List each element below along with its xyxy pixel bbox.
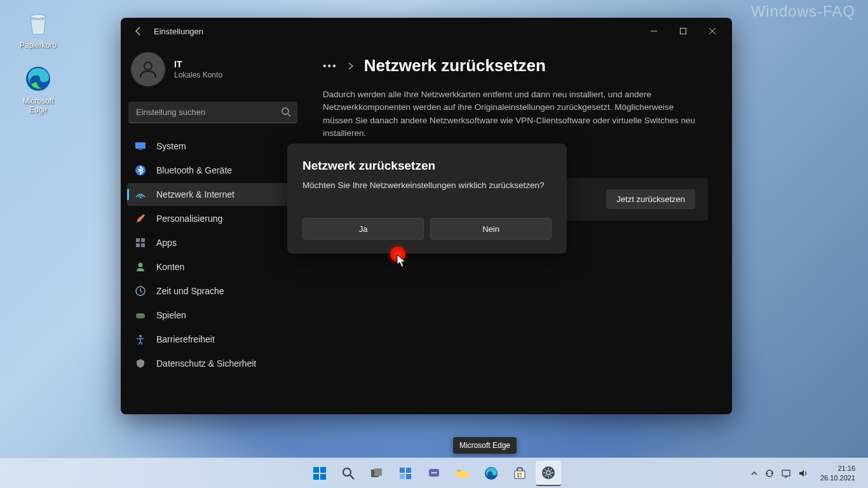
svg-rect-24	[320, 474, 326, 480]
svg-rect-15	[136, 243, 140, 247]
window-title: Einstellungen	[154, 27, 203, 36]
clock[interactable]: 21:16 26.10.2021	[815, 464, 860, 482]
sidebar-item-system[interactable]: System	[127, 135, 299, 158]
sidebar-item-label: System	[156, 141, 186, 151]
network-icon	[135, 189, 146, 200]
sync-icon[interactable]	[764, 468, 775, 478]
sidebar-item-apps[interactable]: Apps	[127, 231, 299, 254]
sidebar-item-label: Personalisierung	[156, 214, 222, 224]
system-icon	[135, 140, 146, 152]
back-button[interactable]	[130, 22, 147, 40]
svg-point-36	[435, 471, 437, 473]
svg-rect-21	[313, 467, 319, 473]
svg-rect-22	[320, 467, 326, 473]
sidebar-item-gaming[interactable]: Spielen	[127, 304, 299, 327]
sidebar-item-label: Bluetooth & Geräte	[156, 165, 232, 175]
sidebar-item-privacy[interactable]: Datenschutz & Sicherheit	[127, 352, 299, 375]
svg-line-26	[350, 475, 354, 479]
svg-rect-37	[457, 470, 461, 471]
svg-point-34	[431, 471, 433, 473]
start-button[interactable]	[307, 461, 332, 486]
svg-rect-31	[400, 474, 405, 479]
taskbar: 21:16 26.10.2021	[0, 458, 868, 488]
network-tray-icon[interactable]	[781, 468, 791, 478]
reset-now-button[interactable]: Jetzt zurücksetzen	[606, 189, 695, 209]
svg-point-17	[139, 263, 143, 268]
chat-button[interactable]	[421, 461, 447, 486]
avatar	[131, 52, 165, 86]
gaming-icon	[135, 309, 146, 321]
sidebar-item-network[interactable]: Netzwerk & Internet	[127, 183, 299, 206]
search-icon	[281, 107, 291, 117]
svg-line-8	[288, 114, 290, 116]
sidebar-item-label: Apps	[156, 238, 177, 248]
svg-rect-10	[139, 149, 142, 150]
svg-rect-41	[520, 473, 522, 475]
tray-date: 26.10.2021	[820, 473, 855, 482]
svg-rect-14	[141, 238, 145, 242]
close-button[interactable]	[698, 21, 727, 41]
bluetooth-icon	[135, 165, 146, 176]
sidebar-item-time-language[interactable]: Zeit und Sprache	[127, 280, 299, 302]
titlebar: Einstellungen	[121, 18, 732, 44]
sidebar: IT Lokales Konto System Bluetooth & Gerä…	[121, 44, 305, 414]
recycle-bin-desktop-icon[interactable]: Papierkorb	[14, 8, 62, 50]
confirm-dialog: Netzwerk zurücksetzen Möchten Sie Ihre N…	[287, 144, 567, 254]
system-tray[interactable]	[745, 468, 813, 478]
user-name: IT	[174, 59, 222, 69]
svg-point-20	[139, 335, 142, 337]
dialog-no-button[interactable]: Nein	[430, 218, 552, 240]
recycle-bin-icon	[23, 8, 53, 38]
sidebar-item-label: Zeit und Sprache	[156, 286, 224, 296]
sidebar-item-personalization[interactable]: Personalisierung	[127, 207, 299, 230]
svg-rect-54	[782, 470, 790, 476]
watermark-text: Windows-FAQ	[751, 3, 855, 20]
dialog-yes-button[interactable]: Ja	[302, 218, 424, 240]
accounts-icon	[135, 261, 146, 273]
sidebar-item-label: Spielen	[156, 310, 186, 320]
time-icon	[135, 285, 146, 297]
dialog-message: Möchten Sie Ihre Netzwerkeinstellungen w…	[302, 180, 552, 190]
volume-icon[interactable]	[797, 468, 808, 478]
svg-rect-43	[520, 475, 522, 477]
page-title: Netzwerk zurücksetzen	[364, 56, 546, 76]
task-view-button[interactable]	[364, 461, 390, 486]
edge-desktop-icon[interactable]: Microsoft Edge	[14, 64, 62, 114]
svg-point-6	[144, 62, 152, 70]
user-block[interactable]: IT Lokales Konto	[127, 47, 299, 98]
user-subtitle: Lokales Konto	[174, 71, 222, 79]
tray-chevron-icon[interactable]	[750, 470, 758, 477]
breadcrumb: ••• Netzwerk zurücksetzen	[323, 56, 708, 76]
store-button[interactable]	[507, 461, 532, 486]
widgets-button[interactable]	[393, 461, 418, 486]
settings-taskbar-button[interactable]	[536, 461, 561, 486]
svg-rect-29	[400, 468, 405, 473]
svg-point-12	[140, 197, 142, 199]
sidebar-item-accounts[interactable]: Konten	[127, 255, 299, 278]
chevron-right-icon	[346, 62, 355, 71]
svg-rect-3	[681, 29, 686, 34]
maximize-button[interactable]	[668, 21, 698, 41]
apps-icon	[135, 237, 146, 248]
minimize-button[interactable]	[639, 21, 668, 41]
dialog-title: Netzwerk zurücksetzen	[302, 159, 552, 173]
svg-rect-23	[313, 474, 319, 480]
svg-rect-28	[374, 468, 382, 476]
svg-point-35	[433, 471, 435, 473]
sidebar-item-bluetooth[interactable]: Bluetooth & Geräte	[127, 159, 299, 182]
cursor-icon	[397, 254, 408, 268]
search-taskbar-button[interactable]	[336, 461, 361, 486]
breadcrumb-dots[interactable]: •••	[323, 60, 337, 72]
edge-taskbar-button[interactable]	[478, 461, 504, 486]
sidebar-item-label: Datenschutz & Sicherheit	[156, 358, 256, 369]
taskbar-tooltip: Microsoft Edge	[453, 437, 517, 454]
svg-rect-30	[406, 468, 411, 473]
svg-rect-42	[517, 475, 519, 477]
search-input[interactable]	[128, 102, 297, 123]
file-explorer-button[interactable]	[450, 461, 475, 486]
sidebar-item-accessibility[interactable]: Barrierefreiheit	[127, 328, 299, 351]
search-box	[128, 102, 297, 123]
svg-rect-32	[406, 474, 411, 479]
svg-rect-9	[135, 142, 146, 149]
edge-icon	[23, 64, 53, 94]
